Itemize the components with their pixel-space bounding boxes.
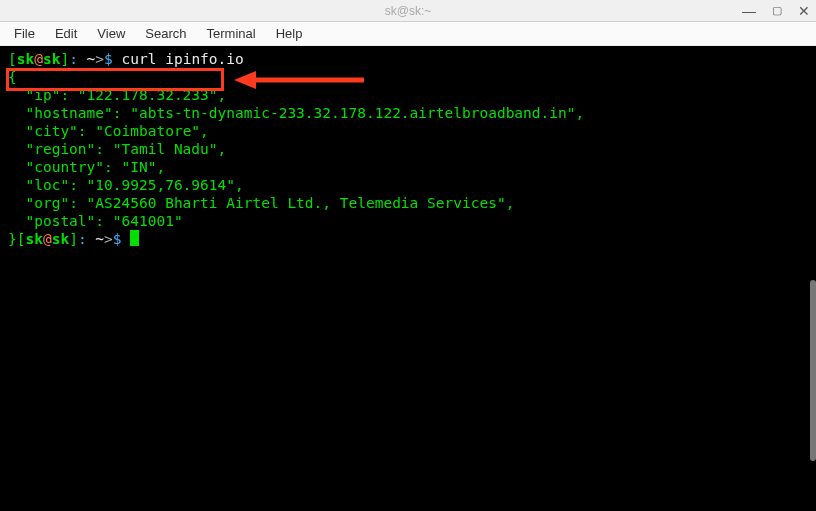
scrollbar[interactable] (806, 56, 816, 487)
output-country-value: "IN" (122, 159, 157, 175)
output-region-key: "region" (25, 141, 95, 157)
maximize-icon[interactable]: ▢ (772, 5, 782, 16)
menu-help[interactable]: Help (268, 24, 311, 43)
titlebar: sk@sk:~ — ▢ ✕ (0, 0, 816, 22)
json-close-brace: } (8, 231, 17, 247)
output-postal-value: "641001" (113, 213, 183, 229)
output-postal-key: "postal" (25, 213, 95, 229)
json-open-brace: { (8, 69, 17, 85)
cursor (130, 230, 139, 246)
output-org-value: "AS24560 Bharti Airtel Ltd., Telemedia S… (87, 195, 506, 211)
output-city-key: "city" (25, 123, 77, 139)
output-country-key: "country" (25, 159, 104, 175)
prompt-host: sk (43, 51, 60, 67)
arrow-icon (234, 68, 364, 92)
window-controls: — ▢ ✕ (742, 0, 810, 21)
scrollbar-thumb[interactable] (810, 280, 816, 461)
menu-file[interactable]: File (6, 24, 43, 43)
menu-search[interactable]: Search (137, 24, 194, 43)
menubar: File Edit View Search Terminal Help (0, 22, 816, 46)
output-ip-key: "ip" (25, 87, 60, 103)
menu-terminal[interactable]: Terminal (199, 24, 264, 43)
output-hostname-value: "abts-tn-dynamic-233.32.178.122.airtelbr… (130, 105, 575, 121)
command-text: curl ipinfo.io (122, 51, 244, 67)
output-city-value: "Coimbatore" (95, 123, 200, 139)
output-loc-value: "10.9925,76.9614" (87, 177, 235, 193)
prompt-user: sk (17, 51, 34, 67)
output-hostname-key: "hostname" (25, 105, 112, 121)
output-loc-key: "loc" (25, 177, 69, 193)
output-ip-value: "122.178.32.233" (78, 87, 218, 103)
minimize-icon[interactable]: — (742, 4, 756, 18)
svg-marker-1 (234, 71, 256, 89)
output-org-key: "org" (25, 195, 69, 211)
close-icon[interactable]: ✕ (798, 4, 810, 18)
terminal[interactable]: [sk@sk]: ~>$ curl ipinfo.io { "ip": "122… (0, 46, 816, 511)
menu-edit[interactable]: Edit (47, 24, 85, 43)
menu-view[interactable]: View (89, 24, 133, 43)
output-region-value: "Tamil Nadu" (113, 141, 218, 157)
window-title: sk@sk:~ (385, 4, 432, 18)
